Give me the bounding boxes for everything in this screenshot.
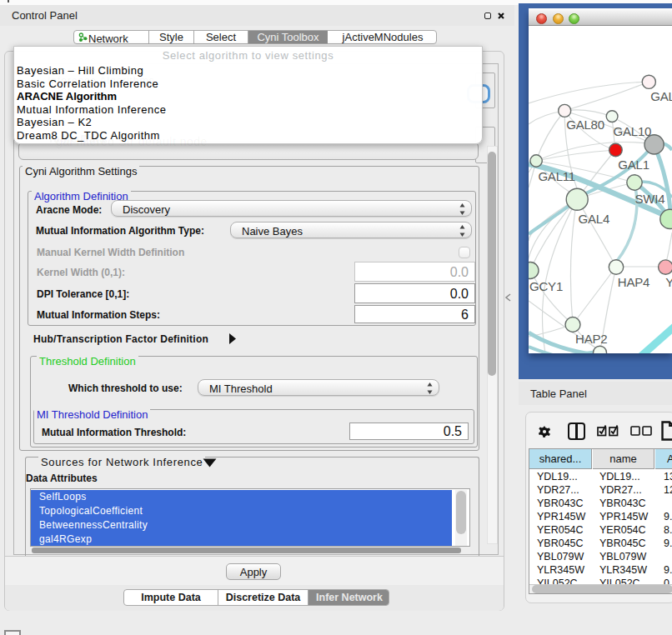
svg-text:GAL: GAL [650,89,672,103]
svg-text:Y: Y [665,275,672,289]
svg-text:GAL1: GAL1 [618,158,649,172]
svg-text:HAP2: HAP2 [575,332,607,346]
svg-text:GAL80: GAL80 [566,118,604,132]
svg-text:SWI4: SWI4 [635,192,665,206]
svg-text:GAL11: GAL11 [538,169,575,183]
svg-text:GCY1: GCY1 [529,279,563,293]
svg-text:GAL4: GAL4 [579,212,610,226]
svg-text:GAL10: GAL10 [614,124,652,138]
svg-text:HAP4: HAP4 [618,275,649,289]
